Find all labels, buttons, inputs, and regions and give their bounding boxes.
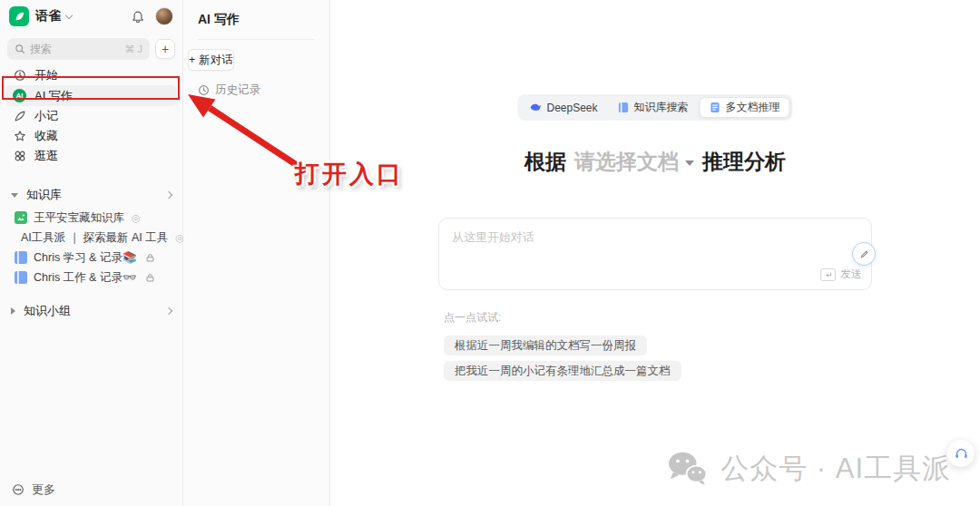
- pen-icon: [13, 110, 26, 122]
- main-content: DeepSeek 知识库搜索 多文档推理 根据 请选择文档 推理分析: [330, 0, 980, 506]
- notification-bell-icon[interactable]: [132, 10, 144, 23]
- history-clock-icon: [198, 84, 210, 96]
- tab-kb-search[interactable]: 知识库搜索: [609, 98, 698, 118]
- sidebar-more-button[interactable]: 更多: [12, 482, 55, 498]
- watermark-text: 公众号 · AI工具派: [720, 450, 951, 488]
- section-knowledge-groups[interactable]: 知识小组: [0, 302, 182, 320]
- panel-divider: [198, 39, 315, 40]
- wechat-icon: [667, 450, 709, 488]
- history-label: 历史记录: [215, 83, 260, 98]
- lock-icon: [145, 273, 155, 283]
- yuque-app-window: 语雀 搜索 ⌘ J + 开始: [0, 0, 980, 506]
- more-label: 更多: [32, 482, 55, 498]
- pencil-icon: [858, 248, 870, 260]
- search-placeholder: 搜索: [30, 42, 52, 57]
- chevron-down-icon[interactable]: [65, 11, 73, 18]
- watermark: 公众号 · AI工具派: [667, 450, 951, 488]
- kb-search-book-icon: [618, 102, 630, 113]
- tab-label: DeepSeek: [546, 102, 597, 114]
- search-icon: [15, 44, 25, 54]
- sidebar-item-label: 小记: [34, 108, 58, 124]
- headset-icon: [954, 446, 969, 462]
- sidebar-item-favorites[interactable]: 收藏: [5, 126, 177, 146]
- star-icon: [13, 130, 26, 142]
- heading-prefix: 根据: [524, 148, 566, 176]
- document-select-dropdown[interactable]: 请选择文档: [574, 148, 694, 176]
- heading-suffix: 推理分析: [702, 148, 786, 176]
- sidebar-item-label: 收藏: [34, 128, 58, 144]
- sidebar-item-notes[interactable]: 小记: [5, 106, 177, 126]
- kb-item-chris-work[interactable]: Chris 工作 & 记录👓: [0, 268, 182, 287]
- more-circle-icon: [12, 483, 24, 496]
- search-shortcut: ⌘ J: [124, 44, 142, 55]
- sidebar-header: 语雀: [0, 3, 182, 30]
- user-avatar[interactable]: [155, 7, 173, 25]
- sidebar-item-start[interactable]: 开始: [5, 65, 177, 85]
- public-badge-icon: ◎: [132, 212, 141, 224]
- triangle-down-icon: [11, 193, 18, 198]
- kb-item-label: AI工具派 ｜ 探索最新 AI 工具: [21, 230, 168, 246]
- yuque-logo-icon[interactable]: [9, 6, 29, 26]
- kb-item-chris-study[interactable]: Chris 学习 & 记录📚: [0, 248, 182, 268]
- mode-tab-group: DeepSeek 知识库搜索 多文档推理: [517, 94, 792, 121]
- chat-input[interactable]: [439, 219, 820, 287]
- blue-book-icon: [15, 271, 27, 284]
- send-label: 发送: [840, 267, 862, 282]
- suggestions-label: 点一点试试:: [444, 310, 872, 326]
- kb-item-ai-tools[interactable]: AI工具派 ｜ 探索最新 AI 工具 ◎: [0, 228, 182, 248]
- section-label: 知识库: [26, 187, 62, 203]
- dropdown-caret-icon: [685, 161, 694, 166]
- knowledge-base-list: 王平安宝藏知识库 ◎ AI工具派 ｜ 探索最新 AI 工具 ◎ Chris 学习…: [0, 208, 182, 287]
- section-knowledge-bases[interactable]: 知识库: [0, 186, 182, 204]
- ai-edit-button[interactable]: [852, 242, 876, 266]
- sidebar: 语雀 搜索 ⌘ J + 开始: [0, 0, 183, 506]
- history-button[interactable]: 历史记录: [198, 83, 315, 98]
- enter-key-icon: [820, 268, 836, 281]
- ai-writing-panel: AI 写作 + 新对话 历史记录: [183, 0, 330, 506]
- kb-item-label: Chris 工作 & 记录👓: [34, 270, 137, 286]
- document-icon: [710, 102, 721, 113]
- tab-label: 知识库搜索: [634, 100, 689, 115]
- prompt-heading: 根据 请选择文档 推理分析: [524, 148, 786, 176]
- chevron-right-icon[interactable]: [165, 191, 172, 199]
- search-row: 搜索 ⌘ J +: [0, 38, 182, 60]
- chat-composer: 发送: [438, 218, 872, 290]
- tab-deepseek[interactable]: DeepSeek: [520, 98, 606, 118]
- triangle-right-icon: [11, 307, 15, 315]
- new-chat-label: 新对话: [199, 53, 233, 68]
- ai-writing-badge-icon: AI: [13, 89, 26, 102]
- app-name: 语雀: [35, 8, 61, 24]
- create-new-button[interactable]: +: [155, 39, 175, 59]
- panel-title: AI 写作: [183, 0, 329, 39]
- plus-icon: +: [189, 54, 195, 66]
- tab-label: 多文档推理: [726, 100, 780, 115]
- sidebar-nav: 开始 AI AI 写作 小记 收藏: [0, 65, 182, 166]
- sidebar-item-label: 开始: [34, 67, 58, 83]
- deepseek-whale-icon: [529, 102, 542, 113]
- suggestion-chip[interactable]: 根据近一周我编辑的文档写一份周报: [444, 336, 647, 355]
- clock-icon: [13, 69, 26, 82]
- sidebar-item-label: AI 写作: [34, 88, 73, 104]
- sidebar-item-ai-writing[interactable]: AI AI 写作: [5, 85, 177, 106]
- doc-select-placeholder: 请选择文档: [574, 148, 679, 176]
- green-book-icon: [15, 211, 27, 224]
- customer-service-button[interactable]: [947, 440, 975, 467]
- suggestion-chip[interactable]: 把我近一周的小记有条理地汇总成一篇文档: [444, 361, 681, 381]
- search-input[interactable]: 搜索 ⌘ J: [7, 38, 150, 60]
- send-button[interactable]: 发送: [820, 267, 862, 282]
- section-label: 知识小组: [24, 303, 71, 319]
- lock-icon: [145, 253, 155, 263]
- kb-item-label: Chris 学习 & 记录📚: [34, 250, 137, 266]
- chevron-right-icon[interactable]: [165, 307, 172, 315]
- explore-grid-icon: [13, 150, 26, 162]
- sidebar-item-label: 逛逛: [34, 148, 58, 164]
- blue-book-icon: [15, 251, 27, 264]
- kb-item-treasure[interactable]: 王平安宝藏知识库 ◎: [0, 208, 182, 228]
- suggestions: 点一点试试: 根据近一周我编辑的文档写一份周报 把我近一周的小记有条理地汇总成一…: [438, 310, 872, 381]
- kb-item-label: 王平安宝藏知识库: [34, 210, 124, 226]
- sidebar-item-explore[interactable]: 逛逛: [5, 146, 177, 166]
- new-chat-button[interactable]: + 新对话: [188, 49, 234, 71]
- tab-multi-doc-reasoning[interactable]: 多文档推理: [700, 97, 790, 118]
